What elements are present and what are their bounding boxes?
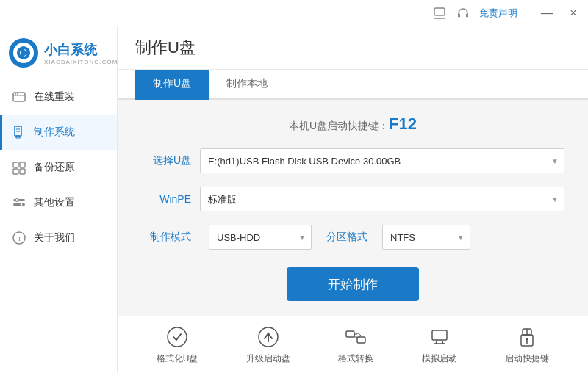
svg-rect-0 — [434, 8, 445, 15]
hotkey-prefix-text: 本机U盘启动快捷键： — [289, 120, 389, 131]
partition-wrapper: NTFS ▼ — [382, 225, 470, 250]
select-usb-wrapper: E:(hd1)USB Flash Disk USB Device 30.00GB… — [200, 148, 564, 173]
winpe-label: WinPE — [141, 193, 200, 205]
sidebar-label-backup-restore: 备份还原 — [34, 161, 75, 174]
svg-rect-32 — [432, 330, 447, 340]
active-indicator — [0, 115, 2, 150]
tool-boot-shortcut[interactable]: 启动快捷键 — [505, 325, 549, 365]
titlebar: 免责声明 — × — [0, 0, 588, 26]
svg-rect-2 — [458, 13, 460, 17]
tabs-bar: 制作U盘 制作本地 — [118, 70, 588, 100]
sidebar-item-make-system[interactable]: 制作系统 — [0, 115, 117, 150]
svg-rect-3 — [466, 13, 468, 17]
upgrade-boot-icon — [257, 325, 280, 349]
make-mode-row: 制作模式 USB-HDD ▼ 分区格式 NTFS ▼ — [141, 225, 564, 250]
svg-rect-17 — [13, 162, 18, 167]
tab-make-local[interactable]: 制作本地 — [209, 70, 285, 100]
select-usb-label: 选择U盘 — [141, 154, 200, 167]
svg-rect-14 — [16, 136, 20, 138]
format-usb-label: 格式化U盘 — [157, 352, 198, 365]
hotkey-key-text: F12 — [389, 115, 417, 133]
about-us-icon: i — [12, 231, 26, 245]
boot-shortcut-icon — [515, 325, 539, 349]
upgrade-boot-label: 升级启动盘 — [246, 352, 290, 365]
logo-icon — [9, 38, 38, 68]
content-area: 制作U盘 制作U盘 制作本地 本机U盘启动快捷键：F12 选择U盘 E:(hd1… — [118, 26, 588, 373]
svg-point-12 — [17, 93, 18, 95]
make-mode-label: 制作模式 — [141, 231, 200, 244]
bottom-toolbar: 格式化U盘 升级启动盘 — [118, 316, 588, 373]
sidebar-item-online-reinstall[interactable]: 在线重装 — [0, 79, 117, 115]
logo-sub-text: XIAOBAIXITONG.COM — [44, 59, 118, 65]
user-icon[interactable] — [432, 6, 447, 21]
close-button[interactable]: × — [564, 4, 582, 22]
minimize-button[interactable]: — — [538, 4, 556, 22]
tool-format-usb[interactable]: 格式化U盘 — [157, 325, 198, 365]
winpe-input[interactable]: 标准版 — [200, 186, 564, 211]
select-usb-row: 选择U盘 E:(hd1)USB Flash Disk USB Device 30… — [141, 148, 564, 173]
boot-shortcut-label: 启动快捷键 — [505, 352, 549, 365]
svg-rect-21 — [13, 199, 25, 201]
support-icon[interactable] — [456, 6, 470, 21]
main-layout: 小白系统 XIAOBAIXITONG.COM 在线重装 — [0, 26, 588, 373]
sidebar-nav: 在线重装 制作系统 — [0, 79, 117, 373]
svg-point-23 — [15, 199, 18, 202]
sidebar-item-other-settings[interactable]: 其他设置 — [0, 185, 117, 220]
start-make-button[interactable]: 开始制作 — [287, 267, 419, 301]
make-mode-input[interactable]: USB-HDD — [209, 225, 312, 250]
page-title: 制作U盘 — [135, 37, 570, 59]
partition-input[interactable]: NTFS — [382, 225, 470, 250]
logo-area: 小白系统 XIAOBAIXITONG.COM — [0, 26, 117, 79]
sidebar-label-make-system: 制作系统 — [34, 126, 75, 139]
other-settings-icon — [12, 195, 26, 210]
logo-main-text: 小白系统 — [44, 41, 118, 59]
sidebar-label-other-settings: 其他设置 — [34, 196, 75, 209]
form-area: 本机U盘启动快捷键：F12 选择U盘 E:(hd1)USB Flash Disk… — [118, 100, 588, 316]
hotkey-hint: 本机U盘启动快捷键：F12 — [141, 115, 564, 134]
svg-rect-18 — [20, 162, 25, 167]
svg-point-27 — [168, 327, 187, 347]
sidebar: 小白系统 XIAOBAIXITONG.COM 在线重装 — [0, 26, 118, 373]
svg-point-11 — [15, 93, 16, 95]
svg-rect-20 — [20, 169, 25, 174]
sidebar-item-backup-restore[interactable]: 备份还原 — [0, 150, 117, 185]
make-mode-wrapper: USB-HDD ▼ — [209, 225, 312, 250]
format-convert-icon — [344, 325, 368, 349]
online-reinstall-icon — [12, 90, 26, 104]
svg-rect-22 — [13, 203, 25, 206]
winpe-row: WinPE 标准版 ▼ — [141, 186, 564, 211]
format-usb-icon — [165, 325, 189, 349]
winpe-wrapper: 标准版 ▼ — [200, 186, 564, 211]
make-system-icon — [12, 125, 26, 140]
tool-upgrade-boot[interactable]: 升级启动盘 — [246, 325, 290, 365]
svg-text:i: i — [18, 234, 21, 242]
tool-format-convert[interactable]: 格式转换 — [338, 325, 373, 365]
select-usb-input[interactable]: E:(hd1)USB Flash Disk USB Device 30.00GB — [200, 148, 564, 173]
partition-label: 分区格式 — [320, 231, 373, 244]
sidebar-label-online-reinstall: 在线重装 — [34, 90, 75, 104]
tool-simulate-boot[interactable]: 模拟启动 — [422, 325, 457, 365]
svg-rect-19 — [13, 169, 18, 174]
backup-restore-icon — [12, 160, 26, 175]
svg-rect-30 — [346, 331, 354, 337]
tab-make-usb[interactable]: 制作U盘 — [135, 70, 209, 100]
logo-text: 小白系统 XIAOBAIXITONG.COM — [44, 41, 118, 65]
page-header: 制作U盘 — [118, 26, 588, 70]
sidebar-item-about-us[interactable]: i 关于我们 — [0, 220, 117, 256]
free-declaration-link[interactable]: 免责声明 — [479, 7, 517, 20]
sidebar-label-about-us: 关于我们 — [34, 231, 75, 245]
simulate-boot-label: 模拟启动 — [422, 352, 457, 365]
svg-point-24 — [20, 203, 23, 206]
svg-point-39 — [526, 338, 528, 341]
format-convert-label: 格式转换 — [338, 352, 373, 365]
simulate-boot-icon — [428, 325, 451, 349]
